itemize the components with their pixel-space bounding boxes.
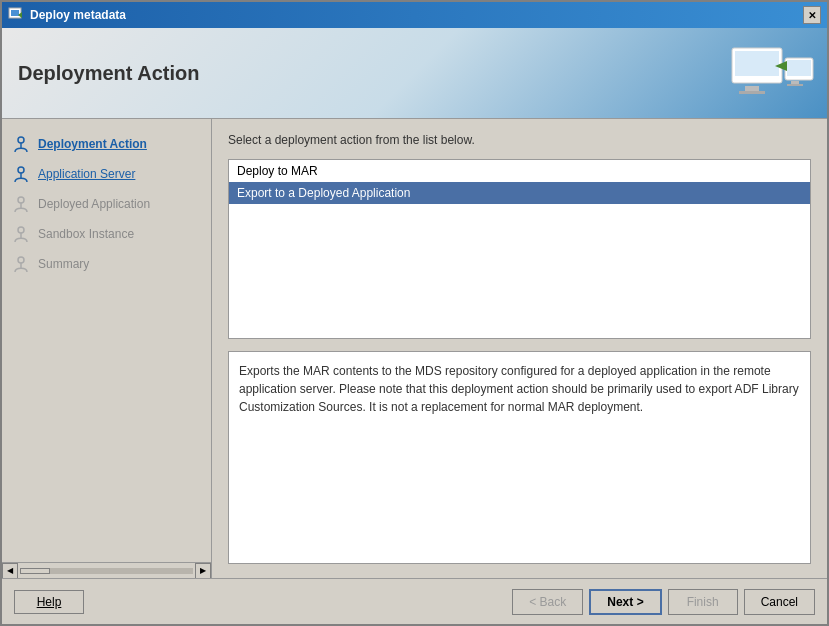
window-title: Deploy metadata: [30, 8, 126, 22]
step-icon-deployment-action: [12, 135, 30, 153]
step-icon-sandbox-instance: [12, 225, 30, 243]
footer: Help < Back Next > Finish Cancel: [2, 578, 827, 624]
title-bar: Deploy metadata ✕: [2, 2, 827, 28]
sidebar-item-deployed-application: Deployed Application: [2, 189, 211, 219]
sidebar-label-deployed-application: Deployed Application: [38, 197, 150, 211]
sidebar: Deployment Action Application Server: [2, 119, 212, 578]
cancel-button[interactable]: Cancel: [744, 589, 815, 615]
instruction-text: Select a deployment action from the list…: [228, 133, 811, 147]
sidebar-label-summary: Summary: [38, 257, 89, 271]
header-title: Deployment Action: [18, 62, 200, 85]
list-item-export-deployed-app[interactable]: Export to a Deployed Application: [229, 182, 810, 204]
sidebar-label-deployment-action: Deployment Action: [38, 137, 147, 151]
sidebar-label-sandbox-instance: Sandbox Instance: [38, 227, 134, 241]
svg-rect-1: [11, 10, 19, 16]
scroll-left-button[interactable]: ◀: [2, 563, 18, 579]
sidebar-item-deployment-action[interactable]: Deployment Action: [2, 129, 211, 159]
scroll-track: [20, 568, 193, 574]
footer-right: < Back Next > Finish Cancel: [512, 589, 815, 615]
step-icon-summary: [12, 255, 30, 273]
help-button[interactable]: Help: [14, 590, 84, 614]
main-window: Deploy metadata ✕ Deployment Action: [0, 0, 829, 626]
header-decoration: [727, 38, 817, 108]
step-icon-application-server: [12, 165, 30, 183]
back-button[interactable]: < Back: [512, 589, 583, 615]
scroll-right-button[interactable]: ▶: [195, 563, 211, 579]
step-icon-deployed-application: [12, 195, 30, 213]
window-icon: [8, 7, 24, 23]
main-content: Deployment Action Application Server: [2, 118, 827, 578]
header-banner: Deployment Action: [2, 28, 827, 118]
svg-point-20: [18, 257, 24, 263]
sidebar-scrollbar: ◀ ▶: [2, 562, 211, 578]
sidebar-item-application-server[interactable]: Application Server: [2, 159, 211, 189]
content-area: Deployment Action: [2, 28, 827, 578]
right-panel: Select a deployment action from the list…: [212, 119, 827, 578]
finish-button[interactable]: Finish: [668, 589, 738, 615]
svg-rect-5: [745, 86, 759, 91]
sidebar-item-summary: Summary: [2, 249, 211, 279]
svg-rect-9: [791, 81, 799, 84]
svg-rect-4: [735, 51, 779, 76]
svg-point-12: [18, 137, 24, 143]
sidebar-label-application-server: Application Server: [38, 167, 135, 181]
list-item-deploy-to-mar[interactable]: Deploy to MAR: [229, 160, 810, 182]
scroll-thumb[interactable]: [20, 568, 50, 574]
description-text: Exports the MAR contents to the MDS repo…: [239, 364, 799, 414]
next-button[interactable]: Next >: [589, 589, 661, 615]
svg-point-18: [18, 227, 24, 233]
svg-point-14: [18, 167, 24, 173]
svg-rect-10: [787, 84, 803, 86]
sidebar-item-sandbox-instance: Sandbox Instance: [2, 219, 211, 249]
description-box: Exports the MAR contents to the MDS repo…: [228, 351, 811, 564]
footer-left: Help: [14, 590, 84, 614]
svg-rect-8: [787, 60, 811, 76]
title-bar-left: Deploy metadata: [8, 7, 126, 23]
close-button[interactable]: ✕: [803, 6, 821, 24]
deployment-action-list[interactable]: Deploy to MAR Export to a Deployed Appli…: [228, 159, 811, 339]
svg-point-16: [18, 197, 24, 203]
svg-rect-6: [739, 91, 765, 94]
